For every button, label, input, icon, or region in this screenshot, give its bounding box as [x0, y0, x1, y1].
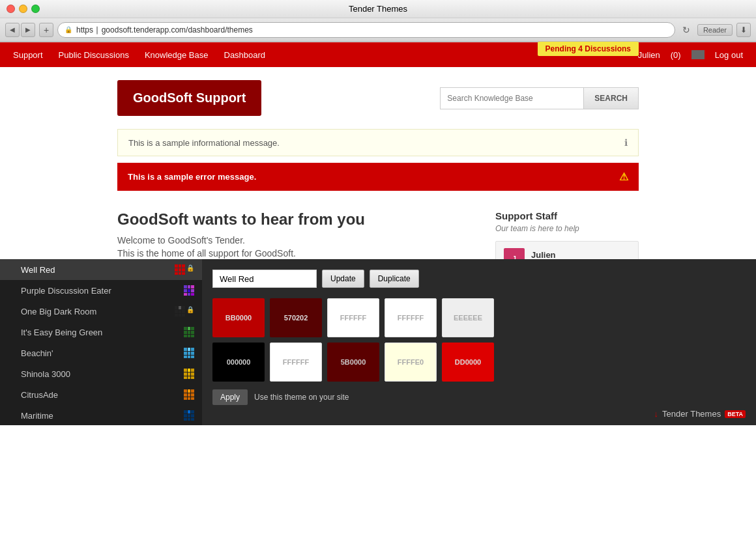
theme-icons-green [184, 327, 194, 337]
swatch-000000[interactable]: 000000 [212, 343, 265, 382]
nav-user[interactable]: Julien [638, 50, 660, 60]
nav-notifications[interactable]: (0) [671, 50, 681, 60]
swatch-ffffff-2[interactable]: FFFFFF [385, 298, 437, 337]
info-message: This is a sample informational message. … [117, 129, 639, 156]
theme-item-beach[interactable]: Beachin' [0, 343, 202, 363]
theme-name-dark: One Big Dark Room [21, 307, 96, 316]
search-button[interactable]: SEARCH [583, 87, 639, 109]
swatch-eeeeee[interactable]: EEEEEE [442, 298, 494, 337]
theme-name-well-red: Well Red [21, 265, 55, 275]
theme-icon-grid [175, 264, 185, 275]
nav-support[interactable]: Support [13, 50, 43, 60]
theme-name-maritime: Maritime [21, 411, 53, 421]
nav-logout[interactable]: Log out [715, 50, 743, 60]
error-text: This is a sample error message. [128, 172, 256, 182]
maximize-btn[interactable] [31, 5, 40, 13]
swatch-label-8: FFFFE0 [398, 358, 424, 366]
theme-item-dark[interactable]: One Big Dark Room 🔒 [0, 301, 202, 322]
footer-arrow: ↓ [654, 409, 659, 419]
browser-nav: ◀ ▶ + 🔒 https ∣ goodsoft.tenderapp.com/d… [0, 18, 756, 42]
theme-item-left-dark: One Big Dark Room [8, 307, 96, 316]
minimize-btn[interactable] [19, 5, 27, 13]
site-nav-left: Support Public Discussions Knowledge Bas… [13, 50, 265, 60]
theme-list: Well Red 🔒 Purple Discussion Eater [0, 259, 202, 425]
theme-icons-beach [184, 348, 194, 358]
theme-panel: back to dashboard → Well Red 🔒 [0, 259, 756, 425]
staff-name: Julien [531, 250, 573, 260]
pending-badge[interactable]: Pending 4 Discussions [538, 42, 639, 56]
theme-icons: 🔒 [175, 264, 194, 275]
welcome-line1: Welcome to GoodSoft's Tender. [117, 235, 476, 245]
theme-item-left-citrus: CitrusAde [8, 390, 58, 400]
downloads-btn[interactable]: ⬇ [736, 23, 751, 37]
swatch-ffffff-3[interactable]: FFFFFF [270, 343, 322, 382]
theme-name-green: It's Easy Being Green [21, 328, 102, 337]
swatch-dd0000[interactable]: DD0000 [442, 343, 494, 382]
swatch-label-6: FFFFFF [283, 358, 309, 366]
browser-chrome: Tender Themes ◀ ▶ + 🔒 https ∣ goodsoft.t… [0, 0, 756, 42]
browser-title: Tender Themes [349, 4, 407, 14]
swatch-ffffff-1[interactable]: FFFFFF [327, 298, 379, 337]
swatch-label-7: 5B0000 [341, 358, 366, 366]
swatch-label-0: BB0000 [225, 314, 252, 322]
theme-item-green[interactable]: It's Easy Being Green [0, 322, 202, 343]
theme-item-left-shinola: Shinola 3000 [8, 369, 70, 379]
swatch-bb0000[interactable]: BB0000 [212, 298, 265, 337]
new-tab-btn[interactable]: + [39, 23, 53, 37]
url-bar[interactable]: 🔒 https ∣ goodsoft.tenderapp.com/dashboa… [57, 22, 675, 38]
update-button[interactable]: Update [322, 270, 364, 288]
swatch-label-3: FFFFFF [398, 314, 424, 322]
support-staff-tagline: Our team is here to help [495, 224, 639, 233]
theme-item-left: Well Red [8, 265, 55, 275]
close-btn[interactable] [7, 5, 15, 13]
browser-titlebar: Tender Themes [0, 0, 756, 18]
nav-knowledge-base[interactable]: Knowledge Base [145, 50, 209, 60]
theme-item-shinola[interactable]: Shinola 3000 [0, 363, 202, 384]
theme-name-citrus: CitrusAde [21, 390, 58, 400]
forward-arrow[interactable]: ▶ [21, 23, 35, 37]
refresh-btn[interactable]: ↻ [679, 23, 693, 37]
theme-editor: Update Duplicate BB0000 570202 FFFFFF FF… [202, 259, 756, 425]
theme-icons-purple [184, 285, 194, 296]
swatch-ffffe0[interactable]: FFFFE0 [385, 343, 437, 382]
theme-icons-citrus [184, 389, 194, 400]
support-staff-heading: Support Staff [495, 210, 639, 221]
footer-label: Tender Themes [662, 409, 721, 419]
lock-icon-dark: 🔒 [186, 306, 194, 316]
theme-icon-grid-purple [184, 285, 194, 296]
theme-icons-shinola [184, 369, 194, 379]
reader-btn[interactable]: Reader [697, 24, 733, 36]
theme-icon-grid-dark [175, 306, 185, 316]
theme-icons-maritime [184, 410, 194, 421]
search-input[interactable] [440, 87, 583, 109]
swatch-5b0000[interactable]: 5B0000 [327, 343, 379, 382]
theme-icon-grid-citrus [184, 389, 194, 400]
apply-row: Apply Use this theme on your site [212, 389, 746, 405]
apply-button[interactable]: Apply [212, 389, 248, 405]
back-arrow[interactable]: ◀ [5, 23, 20, 37]
theme-icons-dark: 🔒 [175, 306, 194, 316]
content-area: GoodSoft Support SEARCH This is a sample… [0, 67, 756, 425]
swatch-label-1: 570202 [284, 314, 308, 322]
theme-name-input[interactable] [212, 270, 317, 288]
swatch-label-9: DD0000 [455, 358, 481, 366]
nav-dashboard[interactable]: Dashboard [224, 50, 266, 60]
info-text: This is a sample informational message. [128, 138, 280, 148]
duplicate-button[interactable]: Duplicate [370, 270, 419, 288]
theme-item-left-maritime: Maritime [8, 411, 53, 421]
theme-item-citrus[interactable]: CitrusAde [0, 384, 202, 405]
theme-name-beach: Beachin' [21, 348, 53, 358]
theme-icon-grid-maritime [184, 410, 194, 421]
theme-icon-grid-green [184, 327, 194, 337]
color-grid: BB0000 570202 FFFFFF FFFFFF EEEEEE 00000… [212, 298, 746, 382]
lock-icon: 🔒 [186, 264, 194, 275]
nav-public-discussions[interactable]: Public Discussions [59, 50, 129, 60]
theme-item-maritime[interactable]: Maritime [0, 405, 202, 425]
swatch-570202[interactable]: 570202 [270, 298, 322, 337]
pending-label: Pending [545, 44, 576, 53]
theme-item-purple[interactable]: Purple Discussion Eater [0, 280, 202, 301]
theme-item-well-red[interactable]: Well Red 🔒 [0, 259, 202, 280]
apply-text: Use this theme on your site [254, 393, 349, 402]
swatch-label-5: 000000 [227, 358, 251, 366]
error-icon: ⚠ [619, 171, 628, 183]
